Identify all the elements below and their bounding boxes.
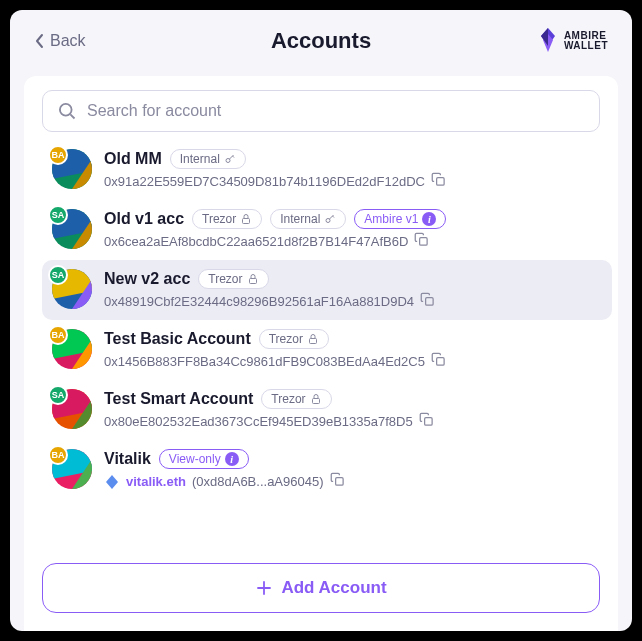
account-avatar: SA — [52, 209, 92, 249]
lock-icon — [247, 273, 259, 285]
account-tag: Internal — [170, 149, 246, 169]
search-icon — [57, 101, 77, 121]
account-avatar: BA — [52, 329, 92, 369]
search-input[interactable] — [87, 102, 585, 120]
account-type-badge: SA — [48, 205, 68, 225]
account-name: Vitalik — [104, 450, 151, 468]
svg-rect-20 — [426, 298, 434, 306]
account-row[interactable]: SATest Smart AccountTrezor0x80eE802532Ea… — [42, 380, 612, 440]
ens-name: vitalik.eth — [126, 474, 186, 489]
account-row[interactable]: SANew v2 accTrezor0x48919Cbf2E32444c9829… — [42, 260, 612, 320]
account-address: 0x91a22E559ED7C34509D81b74b1196DEd2dF12d… — [104, 174, 425, 189]
key-icon — [224, 153, 236, 165]
copy-address-button[interactable] — [419, 412, 434, 431]
account-type-badge: BA — [48, 445, 68, 465]
add-account-button[interactable]: Add Account — [42, 563, 600, 613]
copy-address-button[interactable] — [420, 292, 435, 311]
back-label: Back — [50, 32, 86, 50]
brand-line2: WALLET — [564, 41, 608, 51]
account-address: (0xd8dA6B...aA96045) — [192, 474, 324, 489]
page-title: Accounts — [271, 28, 371, 54]
svg-rect-26 — [437, 358, 445, 366]
svg-rect-32 — [424, 418, 432, 426]
search-field[interactable] — [42, 90, 600, 132]
tag-label: Trezor — [208, 272, 242, 286]
account-avatar: BA — [52, 449, 92, 489]
brand-logo: AMBIRE WALLET — [538, 28, 608, 54]
copy-address-button[interactable] — [330, 472, 345, 491]
account-tag: Trezor — [259, 329, 329, 349]
account-type-badge: BA — [48, 325, 68, 345]
tag-label: Internal — [280, 212, 320, 226]
account-row[interactable]: BAVitalikView-onlyivitalik.eth (0xd8dA6B… — [42, 440, 612, 500]
add-account-label: Add Account — [281, 578, 386, 598]
svg-line-1 — [70, 114, 74, 118]
plus-icon — [255, 579, 273, 597]
svg-point-6 — [226, 159, 230, 163]
back-button[interactable]: Back — [34, 32, 86, 50]
tag-label: Trezor — [269, 332, 303, 346]
account-row[interactable]: SAOld v1 accTrezorInternalAmbire v1i0x6c… — [42, 200, 612, 260]
account-address: 0x1456B883FF8Ba34Cc9861dFB9C083BEdAa4Ed2… — [104, 354, 425, 369]
account-row[interactable]: BAOld MMInternal0x91a22E559ED7C34509D81b… — [42, 140, 612, 200]
account-address: 0x80eE802532Ead3673CcEf945ED39eB1335a7f8… — [104, 414, 413, 429]
account-tag: View-onlyi — [159, 449, 249, 469]
account-tag: Trezor — [192, 209, 262, 229]
account-avatar: BA — [52, 149, 92, 189]
account-type-badge: SA — [48, 385, 68, 405]
svg-rect-25 — [309, 339, 316, 344]
svg-rect-14 — [420, 238, 428, 246]
ens-icon — [104, 474, 120, 490]
account-name: Test Smart Account — [104, 390, 253, 408]
account-avatar: SA — [52, 389, 92, 429]
account-name: New v2 acc — [104, 270, 190, 288]
svg-point-0 — [60, 104, 72, 116]
account-tag: Trezor — [198, 269, 268, 289]
lock-icon — [307, 333, 319, 345]
account-tag: Internal — [270, 209, 346, 229]
lock-icon — [310, 393, 322, 405]
copy-address-button[interactable] — [414, 232, 429, 251]
copy-address-button[interactable] — [431, 172, 446, 191]
chevron-left-icon — [34, 33, 46, 49]
account-tag: Trezor — [261, 389, 331, 409]
tag-label: Trezor — [202, 212, 236, 226]
copy-address-button[interactable] — [431, 352, 446, 371]
account-name: Test Basic Account — [104, 330, 251, 348]
account-avatar: SA — [52, 269, 92, 309]
account-type-badge: SA — [48, 265, 68, 285]
account-row[interactable]: BATest Basic AccountTrezor0x1456B883FF8B… — [42, 320, 612, 380]
svg-rect-31 — [312, 399, 319, 404]
tag-label: View-only — [169, 452, 221, 466]
key-icon — [324, 213, 336, 225]
account-tag: Ambire v1i — [354, 209, 446, 229]
tag-label: Internal — [180, 152, 220, 166]
tag-label: Trezor — [271, 392, 305, 406]
svg-rect-38 — [335, 478, 343, 486]
svg-rect-12 — [243, 219, 250, 224]
ambire-logo-icon — [538, 28, 558, 54]
tag-label: Ambire v1 — [364, 212, 418, 226]
svg-rect-19 — [249, 279, 256, 284]
svg-rect-7 — [437, 178, 445, 186]
account-address: 0x48919Cbf2E32444c98296B92561aF16Aa881D9… — [104, 294, 414, 309]
svg-marker-37 — [106, 475, 118, 489]
account-address: 0x6cea2aEAf8bcdbC22aa6521d8f2B7B14F47AfB… — [104, 234, 408, 249]
account-name: Old MM — [104, 150, 162, 168]
account-type-badge: BA — [48, 145, 68, 165]
svg-point-13 — [326, 219, 330, 223]
account-name: Old v1 acc — [104, 210, 184, 228]
lock-icon — [240, 213, 252, 225]
accounts-list: BAOld MMInternal0x91a22E559ED7C34509D81b… — [24, 140, 618, 549]
